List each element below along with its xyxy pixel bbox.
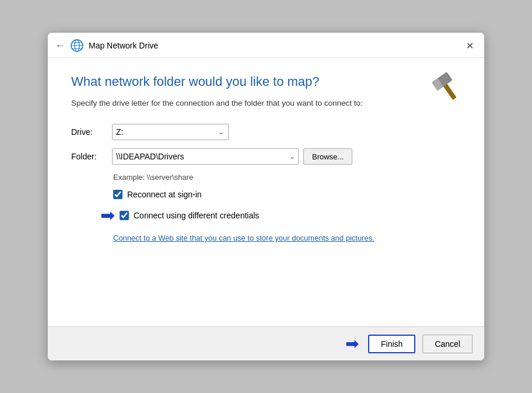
credentials-checkbox[interactable] <box>120 211 129 220</box>
titlebar: ← Map Network Drive ✕ <box>48 33 484 58</box>
folder-input-area: ⌄ Browse... <box>112 148 352 165</box>
browse-button[interactable]: Browse... <box>303 148 352 165</box>
credentials-row: ➡ Connect using different credentials <box>100 205 461 225</box>
back-button[interactable]: ← <box>55 40 65 52</box>
credentials-label: Connect using different credentials <box>134 211 259 220</box>
reconnect-row: Reconnect at sign-in <box>113 190 461 199</box>
footer: ➡ Finish Cancel <box>48 326 484 360</box>
dialog-content: What network folder would you like to ma… <box>48 58 484 326</box>
finish-button[interactable]: Finish <box>368 335 415 353</box>
cancel-button[interactable]: Cancel <box>422 335 473 353</box>
hammer-icon <box>427 68 468 109</box>
finish-arrow-icon: ➡ <box>345 334 359 353</box>
example-text: Example: \\server\share <box>113 173 461 182</box>
drive-label: Drive: <box>71 127 112 137</box>
sub-text: Specify the drive letter for the connect… <box>71 99 421 107</box>
folder-label: Folder: <box>71 152 112 161</box>
window-title: Map Network Drive <box>89 41 463 50</box>
weblink[interactable]: Connect to a Web site that you can use t… <box>113 234 461 242</box>
main-heading: What network folder would you like to ma… <box>71 74 386 89</box>
folder-row: Folder: ⌄ Browse... <box>71 148 461 165</box>
map-network-drive-window: ← Map Network Drive ✕ What network folde… <box>47 32 485 361</box>
network-icon <box>70 39 84 53</box>
folder-input[interactable] <box>112 148 299 165</box>
drive-row: Drive: Z: Y: X: W: ⌄ <box>71 124 461 140</box>
credentials-arrow-icon: ➡ <box>100 205 115 225</box>
drive-select[interactable]: Z: Y: X: W: <box>112 124 229 140</box>
drive-select-wrapper: Z: Y: X: W: ⌄ <box>112 124 229 140</box>
close-button[interactable]: ✕ <box>463 39 477 53</box>
folder-input-wrapper: ⌄ <box>112 148 299 165</box>
reconnect-checkbox[interactable] <box>113 190 123 199</box>
reconnect-label: Reconnect at sign-in <box>127 190 202 199</box>
